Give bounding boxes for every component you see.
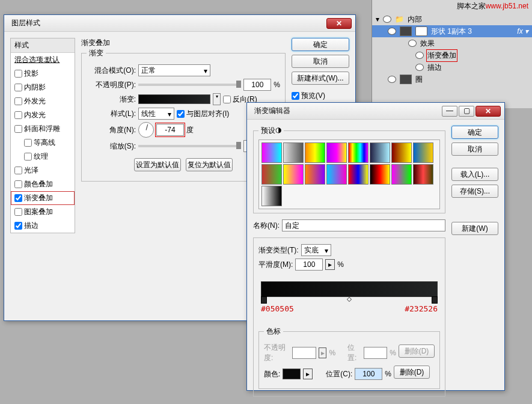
preset-grid xyxy=(258,139,440,209)
gradient-preview[interactable] xyxy=(138,94,210,104)
align-checkbox[interactable]: 与图层对齐(I) xyxy=(177,109,229,119)
gradient-bar[interactable] xyxy=(261,281,438,297)
fx-gradient-row[interactable]: 渐变叠加 xyxy=(372,49,532,61)
blend-defaults[interactable]: 混合选项:默认 xyxy=(11,53,75,67)
layer-row-selected[interactable]: 形状 1副本 3 fx ▾ xyxy=(372,25,532,37)
layer-row[interactable]: 圈 xyxy=(372,73,532,85)
reset-default-button[interactable]: 复位为默认值 xyxy=(186,158,233,171)
name-input[interactable]: 自定 xyxy=(282,219,445,231)
close-button[interactable]: ✕ xyxy=(326,18,352,29)
blend-mode-label: 混合模式(O): xyxy=(87,66,136,76)
style-item-drop-shadow[interactable]: 投影 xyxy=(11,67,75,81)
visibility-icon[interactable] xyxy=(415,52,424,59)
smooth-value[interactable]: 100 xyxy=(295,259,323,271)
styles-list: 样式 混合选项:默认 投影 内阴影 外发光 内发光 斜面和浮雕 等高线 纹理 光… xyxy=(10,38,75,233)
preset-swatch[interactable] xyxy=(391,142,412,163)
fx-icon[interactable]: fx ▾ xyxy=(517,27,528,35)
opacity-slider[interactable] xyxy=(138,84,241,86)
smooth-stepper[interactable]: ▸ xyxy=(325,259,335,270)
preset-swatch[interactable] xyxy=(413,164,433,185)
style-item-bevel[interactable]: 斜面和浮雕 xyxy=(11,122,75,136)
delete-color-stop-button[interactable]: 删除(D) xyxy=(394,366,430,379)
make-default-button[interactable]: 设置为默认值 xyxy=(134,158,181,171)
stop-opacity-stepper: ▸ xyxy=(319,347,327,358)
preset-swatch[interactable] xyxy=(261,164,282,185)
stop-position-c-value[interactable]: 100 xyxy=(355,368,382,380)
preset-swatch[interactable] xyxy=(261,186,282,206)
stop-color-picker[interactable]: ▸ xyxy=(303,369,313,379)
preset-swatch[interactable] xyxy=(305,142,325,163)
style-item-inner-glow[interactable]: 内发光 xyxy=(11,108,75,122)
left-stop-hex: #050505 xyxy=(261,304,294,313)
scale-slider[interactable] xyxy=(138,145,241,147)
cancel-button[interactable]: 取消 xyxy=(292,55,349,68)
name-label: 名称(N): xyxy=(253,221,280,231)
load-button[interactable]: 载入(L)... xyxy=(451,168,498,181)
visibility-icon[interactable] xyxy=(388,28,396,35)
titlebar[interactable]: 渐变编辑器 — ▢ ✕ xyxy=(247,103,504,120)
preset-swatch[interactable] xyxy=(283,164,304,185)
visibility-icon[interactable] xyxy=(388,76,396,83)
stop-color-label: 颜色: xyxy=(264,369,280,379)
angle-label: 角度(N): xyxy=(87,125,136,135)
save-button[interactable]: 存储(S)... xyxy=(451,185,498,198)
visibility-icon[interactable] xyxy=(408,40,417,47)
toggle-icon[interactable]: ▾ xyxy=(376,15,379,23)
midpoint-marker[interactable] xyxy=(347,297,352,302)
close-button[interactable]: ✕ xyxy=(475,106,501,117)
preset-swatch[interactable] xyxy=(326,164,347,185)
layer-group-row[interactable]: ▾ 📁 内部 xyxy=(372,13,532,25)
style-label: 样式(L): xyxy=(87,109,136,119)
preset-swatch[interactable] xyxy=(348,164,368,185)
gradient-dropdown[interactable]: ▾ xyxy=(213,93,221,105)
preset-swatch[interactable] xyxy=(261,142,282,163)
new-button[interactable]: 新建(W) xyxy=(451,222,498,235)
preset-swatch[interactable] xyxy=(283,142,304,163)
style-item-texture[interactable]: 纹理 xyxy=(11,150,75,164)
visibility-icon[interactable] xyxy=(383,16,391,23)
angle-dial[interactable] xyxy=(138,122,154,138)
style-item-inner-shadow[interactable]: 内阴影 xyxy=(11,81,75,94)
opacity-value[interactable]: 100 xyxy=(243,79,271,91)
gradient-label: 渐变: xyxy=(87,94,136,105)
style-item-satin[interactable]: 光泽 xyxy=(11,164,75,177)
style-item-stroke[interactable]: 描边 xyxy=(11,219,75,233)
ok-button[interactable]: 确定 xyxy=(451,126,498,139)
preset-swatch[interactable] xyxy=(370,142,390,163)
ok-button[interactable]: 确定 xyxy=(292,38,349,51)
new-style-button[interactable]: 新建样式(W)... xyxy=(292,72,349,85)
styles-header[interactable]: 样式 xyxy=(11,38,75,53)
visibility-icon[interactable] xyxy=(415,64,424,71)
opacity-label: 不透明度(P): xyxy=(87,80,136,90)
gradient-type-group: 渐变类型(T): 实底 平滑度(M): 100 ▸ % #0 xyxy=(253,237,445,397)
cancel-button[interactable]: 取消 xyxy=(451,142,498,156)
color-stop-right[interactable] xyxy=(432,296,438,304)
minimize-button[interactable]: — xyxy=(442,106,457,117)
angle-value[interactable]: -74 xyxy=(156,124,184,136)
effects-row[interactable]: 效果 xyxy=(372,37,532,49)
preset-swatch[interactable] xyxy=(305,164,325,185)
titlebar[interactable]: 图层样式 ✕ xyxy=(4,15,355,32)
style-select[interactable]: 线性 xyxy=(138,108,174,120)
style-item-gradient-overlay[interactable]: 渐变叠加 xyxy=(11,191,75,205)
preset-swatch[interactable] xyxy=(370,164,390,185)
style-item-outer-glow[interactable]: 外发光 xyxy=(11,94,75,108)
preset-swatch[interactable] xyxy=(326,142,347,163)
gradient-legend: 渐变 xyxy=(87,48,106,58)
fx-stroke-row[interactable]: 描边 xyxy=(372,61,532,73)
type-select[interactable]: 实底 xyxy=(301,244,331,256)
preset-swatch[interactable] xyxy=(413,142,433,163)
style-item-color-overlay[interactable]: 颜色叠加 xyxy=(11,177,75,191)
preview-checkbox[interactable]: 预览(V) xyxy=(292,91,349,101)
preset-swatch[interactable] xyxy=(348,142,368,163)
stops-legend: 色标 xyxy=(264,326,283,337)
preset-swatch[interactable] xyxy=(391,164,412,185)
color-stop-left[interactable] xyxy=(261,296,267,304)
presets-menu-icon[interactable]: ◑ xyxy=(275,126,281,134)
blend-mode-select[interactable]: 正常 xyxy=(138,64,210,76)
maximize-button[interactable]: ▢ xyxy=(459,106,474,117)
stop-color-swatch[interactable] xyxy=(283,369,301,379)
layers-panel: 脚本之家www.jb51.net ▾ 📁 内部 形状 1副本 3 fx ▾ 效果… xyxy=(371,0,532,108)
style-item-pattern-overlay[interactable]: 图案叠加 xyxy=(11,205,75,219)
style-item-contour[interactable]: 等高线 xyxy=(11,136,75,150)
